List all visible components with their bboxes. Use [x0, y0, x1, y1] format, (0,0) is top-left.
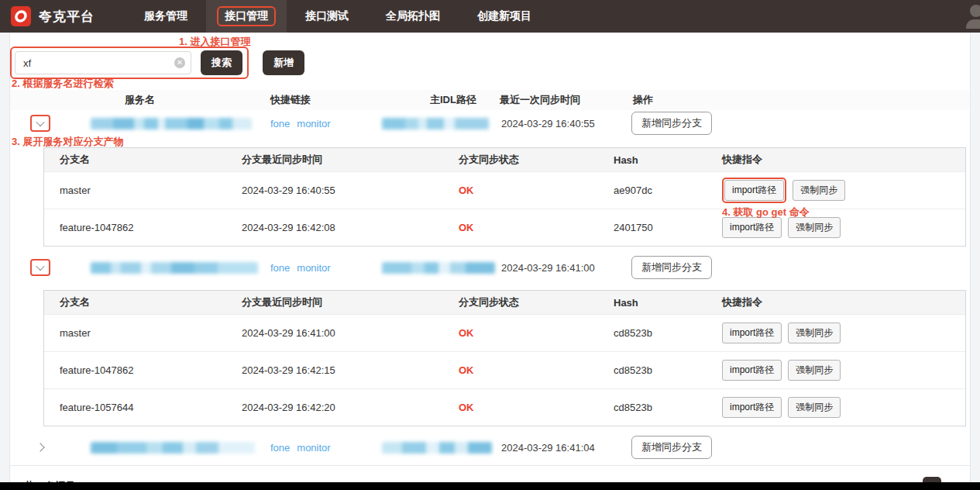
- content-panel: 1. 进入接口管理 ✕ 搜索 新增 2. 根据服务名进行检索 服务名 快捷链接 …: [9, 33, 971, 482]
- branch-status: OK: [459, 402, 614, 413]
- service-table: 服务名 快捷链接 主IDL路径 最近一次同步时间 操作 fone monitor…: [10, 90, 970, 482]
- col-header-idl-path: 主IDL路径: [382, 93, 500, 107]
- expand-chevron-row2[interactable]: [30, 259, 50, 276]
- search-highlight-box: ✕ 搜索: [10, 47, 249, 79]
- col-header-branch-name: 分支名: [60, 153, 242, 167]
- search-input[interactable]: [15, 51, 191, 74]
- branch-hash: cd8523b: [614, 364, 722, 376]
- redacted-service-name: [91, 262, 258, 274]
- col-header-commands: 快捷指令: [722, 153, 965, 167]
- col-header-quick-links: 快捷链接: [266, 93, 382, 107]
- avatar-head: [970, 5, 980, 17]
- redacted-service-name: [91, 118, 252, 129]
- col-header-hash: Hash: [614, 154, 722, 166]
- sync-time: 2024-03-29 16:40:55: [500, 118, 630, 129]
- import-path-button[interactable]: import路径: [722, 217, 782, 238]
- col-header-hash: Hash: [614, 297, 722, 309]
- force-sync-button[interactable]: 强制同步: [788, 323, 841, 343]
- col-header-branch-name: 分支名: [60, 295, 242, 309]
- monitor-link[interactable]: monitor: [297, 262, 330, 274]
- branch-table-2: 分支名 分支最近同步时间 分支同步状态 Hash 快捷指令 master 202…: [43, 290, 966, 426]
- app-window: 夸克平台 服务管理 接口管理 接口测试 全局拓扑图 创建新项目 1. 进入接口管…: [0, 0, 980, 490]
- force-sync-button[interactable]: 强制同步: [788, 397, 841, 418]
- service-row-2: fone monitor 2024-03-29 16:41:00 新增同步分支: [10, 254, 970, 281]
- search-button[interactable]: 搜索: [201, 50, 242, 75]
- quark-logo-icon: [11, 6, 31, 26]
- tab-service-management[interactable]: 服务管理: [126, 0, 206, 33]
- redacted-idl-path: [382, 262, 495, 274]
- col-header-branch-sync-time: 分支最近同步时间: [242, 153, 459, 167]
- branch-row: feature-1057644 2024-03-29 16:42:20 OK c…: [44, 388, 965, 426]
- col-header-last-sync: 最近一次同步时间: [500, 93, 630, 107]
- branch-table-1-header: 分支名 分支最近同步时间 分支同步状态 Hash 快捷指令: [44, 148, 965, 171]
- tab-interface-test[interactable]: 接口测试: [287, 0, 367, 33]
- tab-interface-management[interactable]: 接口管理: [206, 0, 287, 33]
- chevron-down-icon: [36, 262, 44, 271]
- monitor-link[interactable]: monitor: [297, 118, 330, 129]
- annotation-step4: 4. 获取 go get 命令: [722, 205, 810, 219]
- branch-sync-time: 2024-03-29 16:41:00: [242, 327, 459, 339]
- branch-row: master 2024-03-29 16:41:00 OK cd8523b im…: [44, 314, 965, 351]
- top-navbar: 夸克平台 服务管理 接口管理 接口测试 全局拓扑图 创建新项目: [0, 0, 980, 33]
- add-sync-branch-button[interactable]: 新增同步分支: [631, 256, 712, 279]
- branch-name: feature-1057644: [60, 402, 242, 413]
- chevron-right-icon: [36, 443, 44, 451]
- annotation-step3: 3. 展开服务对应分支产物: [12, 135, 970, 149]
- monitor-link[interactable]: monitor: [297, 442, 330, 454]
- tab-create-project[interactable]: 创建新项目: [459, 0, 550, 33]
- service-row-1: fone monitor 2024-03-29 16:40:55 新增同步分支: [10, 110, 970, 136]
- fone-link[interactable]: fone: [270, 118, 290, 129]
- avatar-bust: [966, 19, 980, 29]
- branch-table-2-header: 分支名 分支最近同步时间 分支同步状态 Hash 快捷指令: [44, 291, 965, 314]
- add-sync-branch-button[interactable]: 新增同步分支: [631, 436, 712, 459]
- col-header-branch-status: 分支同步状态: [459, 295, 614, 309]
- tab-global-topology[interactable]: 全局拓扑图: [367, 0, 459, 33]
- user-avatar-icon[interactable]: [965, 5, 980, 31]
- force-sync-button[interactable]: 强制同步: [788, 217, 841, 238]
- search-row: ✕ 搜索 新增: [10, 47, 304, 79]
- redacted-service-name: [91, 442, 255, 454]
- branch-status: OK: [459, 185, 614, 196]
- branch-sync-time: 2024-03-29 16:40:55: [242, 185, 459, 196]
- add-sync-branch-button[interactable]: 新增同步分支: [631, 112, 712, 135]
- import-path-button[interactable]: import路径: [724, 180, 784, 201]
- branch-row: feature-1047862 2024-03-29 16:42:15 OK c…: [44, 351, 965, 388]
- redacted-idl-path: [382, 442, 492, 454]
- chevron-down-icon: [36, 118, 44, 126]
- force-sync-button[interactable]: 强制同步: [788, 360, 841, 381]
- fone-link[interactable]: fone: [270, 262, 290, 274]
- bottom-black-bar: [0, 482, 980, 490]
- branch-status: OK: [459, 327, 614, 339]
- redacted-idl-path: [382, 118, 489, 129]
- expand-chevron-row3[interactable]: [30, 439, 50, 456]
- clear-input-icon[interactable]: ✕: [174, 57, 185, 68]
- force-sync-button[interactable]: 强制同步: [793, 180, 845, 201]
- branch-row: feature-1047862 2024-03-29 16:42:08 OK 2…: [44, 209, 965, 246]
- branch-status: OK: [459, 364, 614, 376]
- service-row-3: fone monitor 2024-03-29 16:41:04 新增同步分支: [10, 434, 970, 461]
- branch-status: OK: [459, 222, 614, 233]
- branch-sync-time: 2024-03-29 16:42:20: [242, 402, 459, 413]
- import-path-button[interactable]: import路径: [722, 323, 782, 343]
- import-path-button[interactable]: import路径: [722, 397, 782, 418]
- pagination: ‹ 1 ›: [911, 477, 953, 483]
- col-header-commands: 快捷指令: [722, 295, 965, 309]
- table-footer: 共 3 条记录 ‹ 1 ›: [10, 465, 970, 482]
- import-path-button[interactable]: import路径: [722, 360, 782, 381]
- sync-time: 2024-03-29 16:41:00: [500, 262, 630, 274]
- branch-name: master: [60, 327, 242, 339]
- col-header-actions: 操作: [630, 93, 970, 107]
- branch-name: master: [60, 185, 242, 196]
- col-header-branch-sync-time: 分支最近同步时间: [242, 295, 459, 309]
- search-input-wrap: ✕: [15, 51, 191, 74]
- col-header-branch-status: 分支同步状态: [459, 153, 614, 167]
- sync-time: 2024-03-29 16:41:04: [500, 442, 630, 454]
- fone-link[interactable]: fone: [270, 442, 290, 454]
- brand-title: 夸克平台: [39, 8, 95, 26]
- branch-hash: ae907dc: [614, 185, 722, 196]
- branch-hash: cd8523b: [614, 402, 722, 413]
- page-number-1[interactable]: 1: [923, 477, 941, 483]
- branch-table-1: 分支名 分支最近同步时间 分支同步状态 Hash 快捷指令 master 202…: [43, 147, 966, 247]
- expand-chevron-row1[interactable]: [30, 115, 50, 132]
- add-button[interactable]: 新增: [263, 50, 304, 75]
